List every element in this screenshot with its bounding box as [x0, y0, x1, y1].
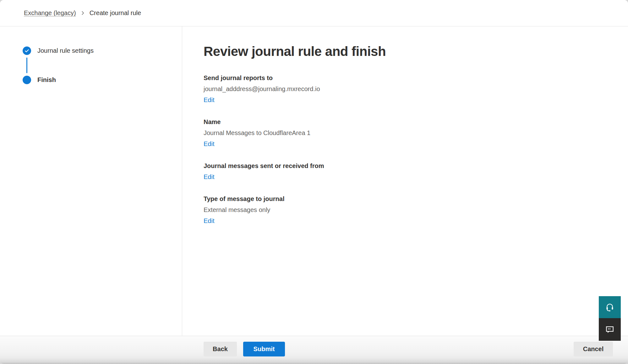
- back-button[interactable]: Back: [204, 342, 237, 356]
- breadcrumb: Exchange (legacy) Create journal rule: [24, 9, 141, 17]
- wizard-footer: Back Submit Cancel: [0, 336, 628, 364]
- review-section-journal-messages-scope: Journal messages sent or received from E…: [204, 161, 609, 181]
- review-section-message-type: Type of message to journal External mess…: [204, 194, 609, 225]
- step-connector-line: [26, 57, 27, 73]
- submit-button[interactable]: Submit: [243, 342, 285, 356]
- edit-link-send-journal-reports-to[interactable]: Edit: [204, 95, 214, 104]
- section-value: journal_adddress@journaling.mxrecord.io: [204, 84, 609, 93]
- filled-circle-icon: [23, 76, 31, 84]
- breadcrumb-current-page: Create journal rule: [90, 9, 141, 17]
- admin-center-window: Exchange (legacy) Create journal rule: [0, 0, 628, 364]
- section-label: Send journal reports to: [204, 73, 609, 82]
- headset-icon: [605, 302, 614, 312]
- section-label: Journal messages sent or received from: [204, 161, 609, 170]
- feedback-bubble-icon: [605, 324, 615, 334]
- edit-link-name[interactable]: Edit: [204, 139, 214, 148]
- feedback-button[interactable]: [599, 318, 621, 341]
- help-button[interactable]: [599, 296, 621, 318]
- header: Exchange (legacy) Create journal rule: [0, 0, 628, 26]
- page-title: Review journal rule and finish: [204, 44, 609, 59]
- chevron-right-icon: [81, 11, 85, 15]
- section-value: Journal Messages to CloudflareArea 1: [204, 128, 609, 137]
- floating-button-stack: [599, 296, 621, 341]
- check-circle-icon: [23, 46, 31, 55]
- cancel-button[interactable]: Cancel: [574, 342, 613, 356]
- wizard-step-journal-rule-settings[interactable]: Journal rule settings: [23, 46, 182, 55]
- section-label: Name: [204, 117, 609, 126]
- wizard-step-finish[interactable]: Finish: [23, 76, 182, 84]
- breadcrumb-exchange-legacy-link[interactable]: Exchange (legacy): [24, 9, 76, 17]
- main-content: Review journal rule and finish Send jour…: [182, 26, 628, 336]
- section-label: Type of message to journal: [204, 194, 609, 203]
- review-section-name: Name Journal Messages to CloudflareArea …: [204, 117, 609, 148]
- wizard-steps-panel: Journal rule settings Finish: [0, 26, 182, 336]
- section-value: External messages only: [204, 205, 609, 214]
- body: Journal rule settings Finish Review jour…: [0, 26, 628, 336]
- wizard-step-label: Finish: [37, 76, 56, 84]
- screen: Exchange (legacy) Create journal rule: [0, 0, 628, 364]
- edit-link-journal-messages-scope[interactable]: Edit: [204, 172, 214, 181]
- edit-link-message-type[interactable]: Edit: [204, 216, 214, 225]
- wizard-step-label: Journal rule settings: [37, 47, 94, 54]
- review-section-send-journal-reports-to: Send journal reports to journal_adddress…: [204, 73, 609, 104]
